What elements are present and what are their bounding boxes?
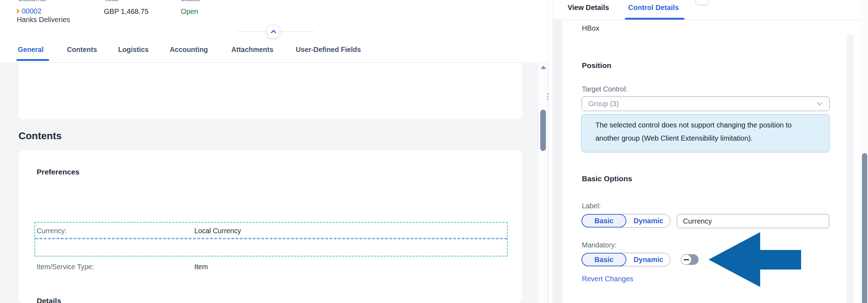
tab-attachments[interactable]: Attachments xyxy=(231,46,273,54)
left-scrollbar-track[interactable] xyxy=(539,63,547,303)
panel-toggle-button[interactable] xyxy=(695,0,709,5)
mandatory-mode-dynamic-button[interactable]: Dynamic xyxy=(627,253,670,266)
tab-user-defined-fields[interactable]: User-Defined Fields xyxy=(296,46,361,54)
panel-divider xyxy=(548,0,548,303)
item-service-type-value: Item xyxy=(194,263,208,271)
info-message-line2: another group (Web Client Extensibility … xyxy=(595,134,753,142)
total-value: GBP 1,468.75 xyxy=(104,7,148,16)
tab-logistics[interactable]: Logistics xyxy=(118,46,149,54)
inspector-header-border xyxy=(553,20,861,20)
mandatory-mode-basic-text: Basic xyxy=(594,256,613,264)
mandatory-toggle-switch[interactable] xyxy=(681,254,699,265)
minus-icon xyxy=(684,259,689,260)
chevron-down-icon xyxy=(817,100,822,105)
info-message-line1: The selected control does not support ch… xyxy=(595,121,791,129)
scroll-up-arrow-icon[interactable] xyxy=(541,66,546,69)
document-header: Customer 00002 Hanks Deliveries Total GB… xyxy=(0,0,548,63)
mandatory-mode-segmented-control: Basic Dynamic xyxy=(582,253,670,266)
breadcrumb: 00002 xyxy=(16,7,42,15)
currency-field-drop-zone[interactable] xyxy=(34,222,508,257)
general-section-card xyxy=(19,63,522,119)
item-service-type-label: Item/Service Type: xyxy=(37,263,94,271)
tab-view-details[interactable]: View Details xyxy=(568,4,609,12)
breadcrumb-chevron-icon xyxy=(15,9,20,14)
chevron-up-icon xyxy=(270,30,276,36)
position-info-message: The selected control does not support ch… xyxy=(581,114,830,152)
inspector-right-gutter xyxy=(847,36,853,303)
label-mode-dynamic-text: Dynamic xyxy=(633,217,663,225)
big-arrow-annotation-icon xyxy=(705,230,804,290)
total-field-label: Total xyxy=(104,0,118,3)
app-screen: Customer 00002 Hanks Deliveries Total GB… xyxy=(0,0,868,303)
details-title: Details xyxy=(37,297,61,303)
mandatory-mode-basic-button[interactable]: Basic xyxy=(582,253,626,266)
mandatory-mode-dynamic-text: Dynamic xyxy=(633,256,663,264)
tab-control-details[interactable]: Control Details xyxy=(628,4,679,12)
active-tab-underline xyxy=(16,59,49,61)
currency-row-value: Local Currency xyxy=(194,227,241,235)
customer-id-link[interactable]: 00002 xyxy=(22,7,42,15)
tab-accounting[interactable]: Accounting xyxy=(170,46,208,54)
currency-row-label: Currency: xyxy=(37,227,67,235)
label-mode-basic-text: Basic xyxy=(594,217,613,225)
label-mode-segmented-control: Basic Dynamic xyxy=(582,214,670,228)
label-mode-dynamic-button[interactable]: Dynamic xyxy=(627,214,670,227)
preferences-title: Preferences xyxy=(37,168,79,176)
label-field-label: Label: xyxy=(582,202,601,210)
tab-contents[interactable]: Contents xyxy=(67,46,97,54)
basic-options-title: Basic Options xyxy=(582,174,632,183)
selected-control-type: HBox xyxy=(582,24,599,32)
page-scrollbar-thumb[interactable] xyxy=(862,153,867,303)
left-scrollbar-thumb[interactable] xyxy=(540,110,546,151)
position-section-title: Position xyxy=(582,61,611,70)
status-field-label: Status xyxy=(181,0,200,3)
drag-insert-indicator xyxy=(35,238,507,239)
customer-name: Hanks Deliveries xyxy=(17,16,70,24)
target-control-dropdown-value: Group (3) xyxy=(588,100,619,108)
collapse-header-button[interactable] xyxy=(267,25,280,38)
mandatory-field-label: Mandatory: xyxy=(582,241,617,249)
tab-general[interactable]: General xyxy=(18,46,44,54)
customer-field-label: Customer xyxy=(18,0,47,3)
status-badge: Open xyxy=(181,7,198,16)
revert-changes-link[interactable]: Revert Changes xyxy=(582,275,633,283)
target-control-label: Target Control: xyxy=(582,85,627,93)
label-mode-basic-button[interactable]: Basic xyxy=(582,214,626,228)
splitter-grip-handle[interactable] xyxy=(547,93,548,95)
target-control-dropdown[interactable]: Group (3) xyxy=(582,96,830,111)
toggle-knob xyxy=(681,254,691,265)
label-value-input[interactable] xyxy=(677,214,829,228)
inspector-left-gutter xyxy=(553,20,562,303)
contents-section-title: Contents xyxy=(19,130,62,142)
